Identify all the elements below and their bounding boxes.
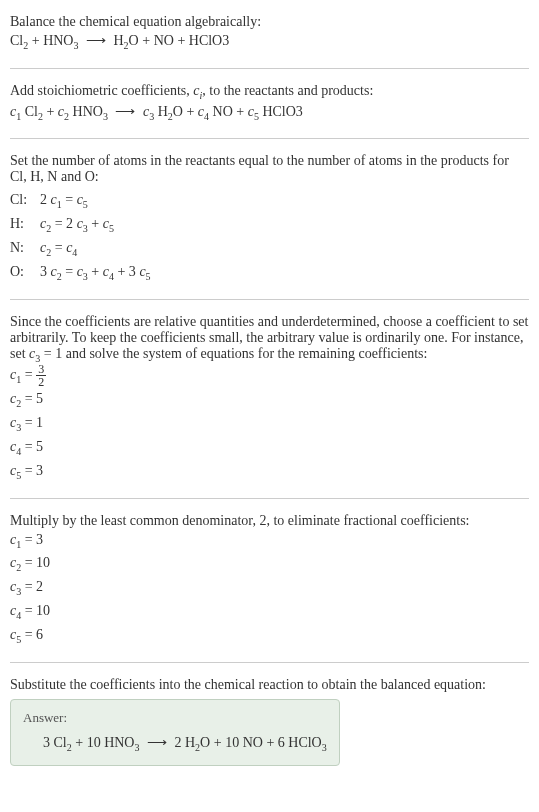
coeff-row: c5 = 3 <box>10 460 529 484</box>
stoich-section: Add stoichiometric coefficients, ci, to … <box>10 77 529 131</box>
atom-row-n: N: c2 = c4 <box>10 237 529 261</box>
divider <box>10 68 529 69</box>
answer-box: Answer: 3 Cl2 + 10 HNO3 ⟶ 2 H2O + 10 NO … <box>10 699 340 767</box>
stoich-equation: c1 Cl2 + c2 HNO3 ⟶ c3 H2O + c4 NO + c5 H… <box>10 101 529 125</box>
coeff-row: c4 = 5 <box>10 436 529 460</box>
atoms-intro: Set the number of atoms in the reactants… <box>10 153 529 185</box>
substitute-text: Substitute the coefficients into the che… <box>10 677 529 693</box>
intro-text: Balance the chemical equation algebraica… <box>10 14 529 30</box>
atom-row-h: H: c2 = 2 c3 + c5 <box>10 213 529 237</box>
coeff-row: c2 = 10 <box>10 552 529 576</box>
balanced-equation: 3 Cl2 + 10 HNO3 ⟶ 2 H2O + 10 NO + 6 HClO… <box>23 732 327 756</box>
coeff-row: c3 = 1 <box>10 412 529 436</box>
coeff-row: c1 = 32 <box>10 363 529 388</box>
coeff-row: c3 = 2 <box>10 576 529 600</box>
atom-equations: Cl: 2 c1 = c5 H: c2 = 2 c3 + c5 N: c2 = … <box>10 189 529 284</box>
answer-label: Answer: <box>23 710 327 726</box>
divider <box>10 662 529 663</box>
integer-coefficients: c1 = 3 c2 = 10 c3 = 2 c4 = 10 c5 = 6 <box>10 529 529 648</box>
fraction: 32 <box>36 363 46 388</box>
divider <box>10 299 529 300</box>
divider <box>10 498 529 499</box>
underdetermined-text: Since the coefficients are relative quan… <box>10 314 529 364</box>
coeff-row: c4 = 10 <box>10 600 529 624</box>
unbalanced-equation: Cl2 + HNO3 ⟶ H2O + NO + HClO3 <box>10 30 529 54</box>
fractional-coefficients: c1 = 32 c2 = 5 c3 = 1 c4 = 5 c5 = 3 <box>10 363 529 483</box>
coeff-row: c1 = 3 <box>10 529 529 553</box>
multiply-section: Multiply by the least common denominator… <box>10 507 529 654</box>
stoich-text: Add stoichiometric coefficients, ci, to … <box>10 83 529 101</box>
atom-row-cl: Cl: 2 c1 = c5 <box>10 189 529 213</box>
coeff-row: c2 = 5 <box>10 388 529 412</box>
divider <box>10 138 529 139</box>
coeff-row: c5 = 6 <box>10 624 529 648</box>
substitute-section: Substitute the coefficients into the che… <box>10 671 529 773</box>
intro-section: Balance the chemical equation algebraica… <box>10 8 529 60</box>
atoms-section: Set the number of atoms in the reactants… <box>10 147 529 290</box>
underdetermined-section: Since the coefficients are relative quan… <box>10 308 529 490</box>
multiply-text: Multiply by the least common denominator… <box>10 513 529 529</box>
atom-row-o: O: 3 c2 = c3 + c4 + 3 c5 <box>10 261 529 285</box>
